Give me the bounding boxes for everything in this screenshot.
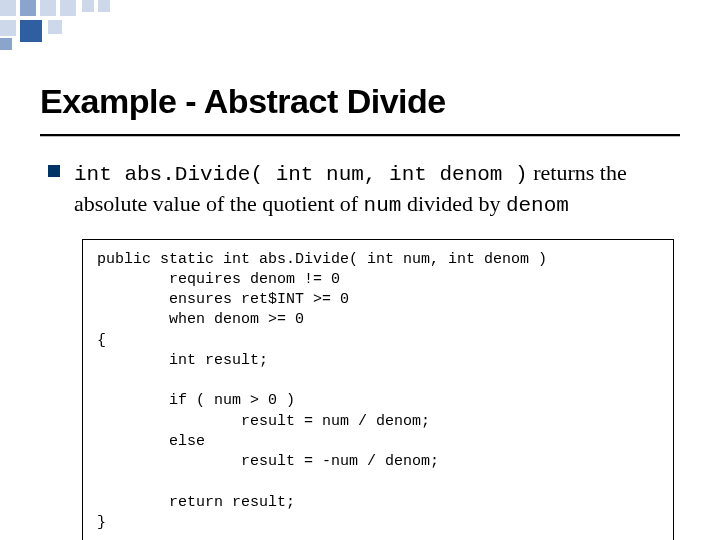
slide-body: int abs.Divide( int num, int denom ) ret…	[48, 158, 680, 540]
deco-square	[82, 0, 94, 12]
code-block: public static int abs.Divide( int num, i…	[82, 239, 674, 540]
deco-square	[40, 0, 56, 16]
signature-code: int abs.Divide( int num, int denom )	[74, 163, 528, 186]
slide-title: Example - Abstract Divide	[40, 82, 446, 121]
var-denom: denom	[506, 194, 569, 217]
deco-square	[20, 0, 36, 16]
deco-square	[0, 0, 16, 16]
deco-square	[60, 0, 76, 16]
deco-square	[98, 0, 110, 12]
slide: { "title": "Example - Abstract Divide", …	[0, 0, 720, 540]
bullet-fragment: divided by	[401, 191, 506, 216]
corner-decoration	[0, 0, 200, 50]
deco-square	[20, 20, 42, 42]
deco-square	[0, 38, 12, 50]
var-num: num	[364, 194, 402, 217]
bullet-marker	[48, 165, 60, 177]
bullet-text: int abs.Divide( int num, int denom ) ret…	[74, 158, 680, 221]
deco-square	[0, 20, 16, 36]
title-underline	[40, 134, 680, 137]
deco-square	[48, 20, 62, 34]
bullet-row: int abs.Divide( int num, int denom ) ret…	[48, 158, 680, 221]
